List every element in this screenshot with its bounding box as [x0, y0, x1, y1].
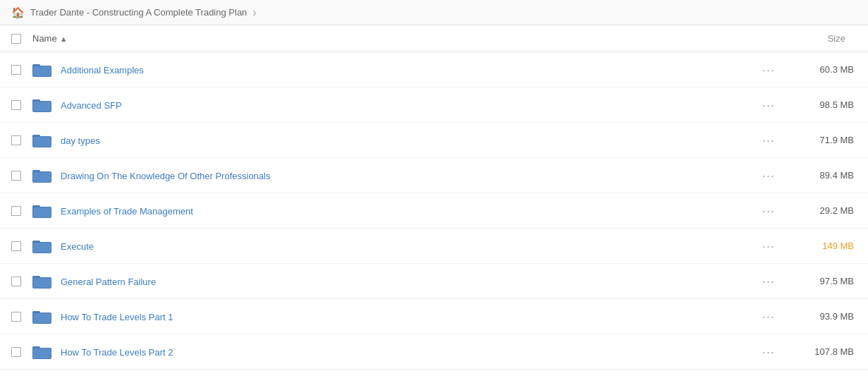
svg-rect-14: [33, 207, 51, 217]
name-column-header[interactable]: Name ▲: [32, 33, 786, 44]
file-size: 60.3 MB: [786, 64, 857, 75]
table-row: day types ··· 71.9 MB: [0, 123, 868, 158]
breadcrumb-bar: 🏠 Trader Dante - Constructing A Complete…: [0, 0, 868, 25]
select-all-checkbox-col[interactable]: [11, 34, 32, 44]
row-checkbox-col[interactable]: [11, 206, 32, 216]
more-actions-button[interactable]: ···: [757, 131, 781, 150]
row-actions-col[interactable]: ···: [751, 96, 786, 114]
folder-icon: [32, 168, 52, 183]
file-name[interactable]: Drawing On The Knowledge Of Other Profes…: [61, 171, 270, 181]
row-actions-col[interactable]: ···: [751, 61, 786, 79]
more-actions-button[interactable]: ···: [757, 61, 781, 79]
table-row: Advanced SFP ··· 98.5 MB: [0, 87, 868, 123]
row-checkbox-col[interactable]: [11, 312, 32, 322]
row-checkbox[interactable]: [11, 206, 21, 216]
breadcrumb-text: Trader Dante - Constructing A Complete T…: [30, 7, 247, 18]
row-checkbox-col[interactable]: [11, 241, 32, 251]
folder-icon-col: [32, 133, 54, 148]
table-header: Name ▲ Size: [0, 25, 868, 52]
folder-icon-col: [32, 203, 54, 219]
folder-icon: [32, 62, 52, 78]
folder-icon-col: [32, 238, 54, 254]
row-checkbox[interactable]: [11, 277, 21, 286]
home-icon: 🏠: [11, 6, 25, 19]
folder-icon-col: [32, 97, 54, 113]
row-checkbox-col[interactable]: [11, 100, 32, 110]
folder-icon: [32, 238, 52, 254]
file-name[interactable]: day types: [61, 135, 100, 146]
more-actions-button[interactable]: ···: [757, 272, 781, 291]
row-checkbox-col[interactable]: [11, 135, 32, 145]
table-row: General Pattern Failure ··· 97.5 MB: [0, 264, 868, 299]
row-checkbox[interactable]: [11, 171, 21, 181]
size-column-header: Size: [786, 33, 857, 44]
svg-rect-8: [33, 137, 51, 147]
file-name[interactable]: General Pattern Failure: [61, 277, 156, 287]
folder-icon-col: [32, 168, 54, 183]
file-size: 98.5 MB: [786, 99, 857, 110]
file-size: 29.2 MB: [786, 205, 857, 216]
folder-icon: [32, 133, 52, 148]
file-list: Additional Examples ··· 60.3 MB Advanced…: [0, 52, 868, 370]
row-checkbox[interactable]: [11, 241, 21, 251]
file-name[interactable]: How To Trade Levels Part 1: [61, 312, 173, 322]
svg-rect-17: [33, 243, 51, 253]
file-name[interactable]: Additional Examples: [61, 65, 144, 75]
folder-icon-col: [32, 344, 54, 360]
svg-rect-2: [33, 66, 51, 76]
more-actions-button[interactable]: ···: [757, 202, 781, 220]
more-actions-button[interactable]: ···: [757, 308, 781, 326]
file-name[interactable]: Examples of Trade Management: [61, 206, 193, 217]
more-actions-button[interactable]: ···: [757, 96, 781, 114]
row-checkbox-col[interactable]: [11, 277, 32, 286]
row-actions-col[interactable]: ···: [751, 237, 786, 255]
row-actions-col[interactable]: ···: [751, 272, 786, 291]
row-checkbox[interactable]: [11, 347, 21, 357]
row-checkbox-col[interactable]: [11, 347, 32, 357]
name-column-label: Name: [32, 33, 57, 44]
file-name-col: How To Trade Levels Part 1: [54, 311, 751, 322]
file-name[interactable]: Advanced SFP: [61, 100, 122, 111]
more-actions-button[interactable]: ···: [757, 237, 781, 255]
table-row: How To Trade Levels Part 2 ··· 107.8 MB: [0, 334, 868, 370]
svg-rect-26: [33, 348, 51, 358]
folder-icon: [32, 344, 52, 360]
sort-arrow-icon: ▲: [60, 35, 68, 43]
row-checkbox[interactable]: [11, 65, 21, 75]
table-row: Execute ··· 149 MB: [0, 229, 868, 264]
file-size: 93.9 MB: [786, 311, 857, 322]
file-size: 149 MB: [786, 241, 857, 251]
table-row: Drawing On The Knowledge Of Other Profes…: [0, 158, 868, 193]
row-actions-col[interactable]: ···: [751, 131, 786, 150]
file-size: 97.5 MB: [786, 276, 857, 286]
file-name-col: Drawing On The Knowledge Of Other Profes…: [54, 170, 751, 181]
file-size: 89.4 MB: [786, 170, 857, 181]
file-name[interactable]: Execute: [61, 241, 94, 252]
more-actions-button[interactable]: ···: [757, 343, 781, 361]
file-size: 71.9 MB: [786, 135, 857, 145]
svg-rect-23: [33, 313, 51, 323]
svg-rect-11: [33, 172, 51, 182]
folder-icon-col: [32, 62, 54, 78]
row-checkbox-col[interactable]: [11, 171, 32, 181]
file-name-col: Advanced SFP: [54, 99, 751, 111]
folder-icon: [32, 274, 52, 289]
row-checkbox[interactable]: [11, 135, 21, 145]
svg-rect-5: [33, 102, 51, 111]
file-name[interactable]: How To Trade Levels Part 2: [61, 347, 173, 358]
row-actions-col[interactable]: ···: [751, 166, 786, 185]
row-actions-col[interactable]: ···: [751, 202, 786, 220]
size-column-label: Size: [828, 33, 845, 44]
row-checkbox[interactable]: [11, 100, 21, 110]
select-all-checkbox[interactable]: [11, 34, 21, 44]
file-name-col: Examples of Trade Management: [54, 205, 751, 217]
row-actions-col[interactable]: ···: [751, 343, 786, 361]
more-actions-button[interactable]: ···: [757, 166, 781, 185]
breadcrumb-arrow: ›: [252, 6, 256, 19]
table-row: Examples of Trade Management ··· 29.2 MB: [0, 193, 868, 229]
table-row: Additional Examples ··· 60.3 MB: [0, 52, 868, 87]
row-checkbox-col[interactable]: [11, 65, 32, 75]
folder-icon: [32, 97, 52, 113]
row-actions-col[interactable]: ···: [751, 308, 786, 326]
row-checkbox[interactable]: [11, 312, 21, 322]
